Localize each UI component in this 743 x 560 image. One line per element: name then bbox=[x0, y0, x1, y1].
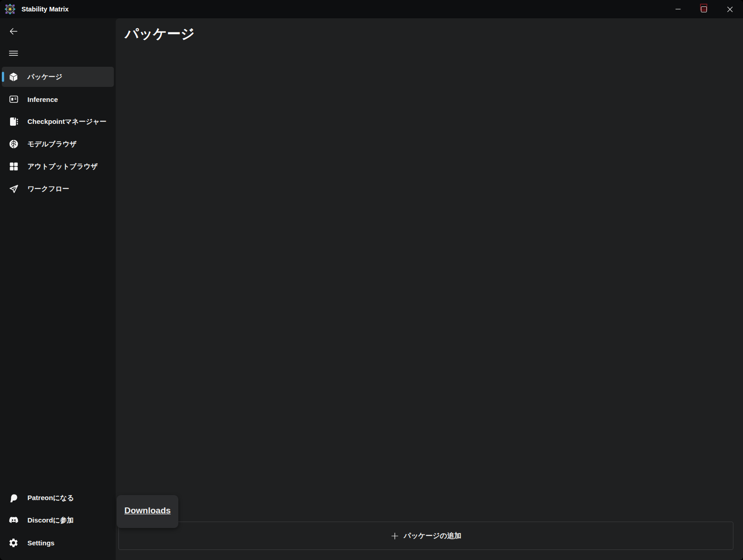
model-browser-icon bbox=[8, 139, 19, 150]
sidebar-item-label: パッケージ bbox=[27, 73, 62, 81]
plus-icon bbox=[390, 532, 399, 540]
sidebar-item-label: Settings bbox=[27, 539, 54, 547]
output-browser-icon bbox=[8, 161, 19, 172]
package-icon bbox=[8, 71, 19, 83]
arrow-left-icon bbox=[8, 26, 19, 37]
sidebar-item-output-browser[interactable]: アウトプットブラウザ bbox=[2, 156, 114, 176]
minimize-icon bbox=[675, 6, 681, 12]
app-title: Stability Matrix bbox=[21, 5, 69, 13]
add-package-button[interactable]: パッケージの追加 bbox=[118, 522, 733, 550]
sidebar-item-packages[interactable]: パッケージ bbox=[2, 67, 114, 87]
sidebar-item-label: ワークフロー bbox=[27, 185, 69, 193]
inference-icon bbox=[8, 94, 19, 105]
settings-icon bbox=[8, 537, 19, 549]
maximize-icon bbox=[701, 6, 707, 12]
page-title: パッケージ bbox=[125, 25, 195, 43]
sidebar-item-discord[interactable]: Discordに参加 bbox=[2, 510, 114, 530]
back-button[interactable] bbox=[7, 25, 20, 37]
close-button[interactable] bbox=[717, 0, 743, 18]
minimize-button[interactable] bbox=[665, 0, 691, 18]
workflow-icon bbox=[8, 183, 19, 195]
checkpoint-manager-icon bbox=[8, 116, 19, 128]
hamburger-icon bbox=[8, 48, 19, 59]
sidebar-item-label: モデルブラウザ bbox=[27, 140, 76, 149]
sidebar-item-inference[interactable]: Inference bbox=[2, 89, 114, 109]
app-logo-icon bbox=[4, 3, 16, 15]
titlebar: Stability Matrix bbox=[0, 0, 743, 18]
sidebar-item-label: Checkpointマネージャー bbox=[27, 117, 107, 126]
sidebar-footer: Patreonになる Discordに参加 bbox=[0, 488, 116, 560]
sidebar-item-label: Discordに参加 bbox=[27, 516, 74, 525]
downloads-flyout[interactable]: Downloads bbox=[117, 495, 178, 528]
sidebar-item-model-browser[interactable]: モデルブラウザ bbox=[2, 134, 114, 154]
add-package-label: パッケージの追加 bbox=[404, 531, 461, 541]
content-row: パッケージ Inference bbox=[0, 18, 743, 560]
sidebar: パッケージ Inference bbox=[0, 18, 116, 560]
discord-icon bbox=[8, 515, 19, 526]
maximize-button[interactable] bbox=[691, 0, 717, 18]
sidebar-item-label: Patreonになる bbox=[27, 494, 74, 502]
downloads-link[interactable]: Downloads bbox=[124, 506, 171, 516]
window-controls bbox=[665, 0, 743, 18]
close-icon bbox=[727, 6, 733, 12]
sidebar-item-checkpoint-manager[interactable]: Checkpointマネージャー bbox=[2, 112, 114, 132]
main-content: パッケージ Downloads パッケージの追加 bbox=[116, 18, 743, 560]
sidebar-item-workflow[interactable]: ワークフロー bbox=[2, 179, 114, 199]
sidebar-item-patreon[interactable]: Patreonになる bbox=[2, 488, 114, 508]
sidebar-nav: パッケージ Inference bbox=[0, 67, 116, 199]
sidebar-item-label: Inference bbox=[27, 96, 58, 103]
patreon-icon bbox=[8, 492, 19, 504]
app-window: Stability Matrix bbox=[0, 0, 743, 560]
sidebar-item-label: アウトプットブラウザ bbox=[27, 162, 98, 171]
sidebar-item-settings[interactable]: Settings bbox=[2, 533, 114, 553]
menu-toggle-button[interactable] bbox=[7, 47, 20, 59]
